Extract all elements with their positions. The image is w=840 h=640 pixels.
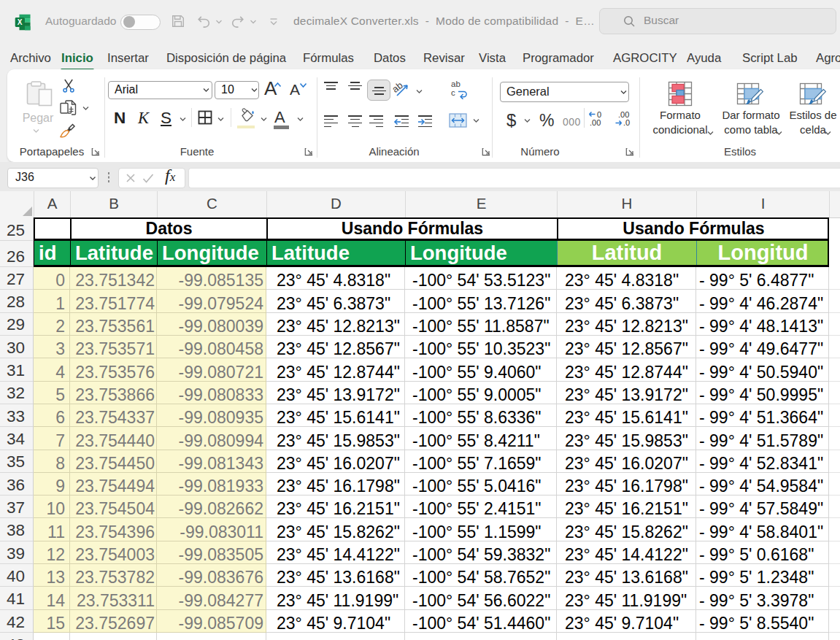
svg-text:c: c bbox=[451, 88, 455, 97]
svg-text:ab: ab bbox=[451, 80, 461, 88]
svg-text:.00: .00 bbox=[590, 118, 601, 127]
svg-text:X: X bbox=[18, 18, 23, 26]
svg-text:.0: .0 bbox=[623, 118, 630, 127]
